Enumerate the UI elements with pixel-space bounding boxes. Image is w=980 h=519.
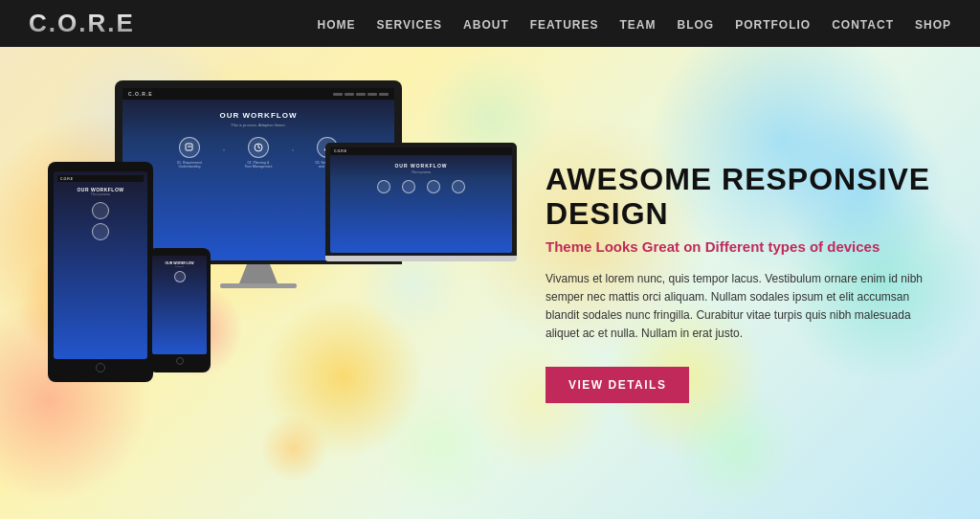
workflow-circle-1 xyxy=(179,137,200,158)
screen-nav-dot xyxy=(345,93,354,96)
nav-link-home[interactable]: HOME xyxy=(318,18,356,32)
view-details-button[interactable]: VIEW DETAILS xyxy=(546,367,689,403)
nav-item-about[interactable]: ABOUT xyxy=(463,15,509,33)
screen-nav-dot xyxy=(356,93,366,96)
nav-link-portfolio[interactable]: PORTFOLIO xyxy=(735,18,811,32)
tablet-home-button xyxy=(96,363,105,372)
svg-line-4 xyxy=(258,147,260,148)
text-section: AWESOME RESPONSIVE DESIGN Theme Looks Gr… xyxy=(526,163,980,402)
nav-item-team[interactable]: TEAM xyxy=(620,15,657,33)
screen-nav-dot xyxy=(368,93,377,96)
screen-subtitle: This is process. Adaptive theme. xyxy=(231,123,286,127)
laptop-navbar: C.O.R.E xyxy=(330,147,512,155)
phone-icon-1 xyxy=(174,271,186,282)
nav-link-services[interactable]: SERVICES xyxy=(377,18,442,32)
workflow-circle-2 xyxy=(248,137,269,158)
tablet-inner-sub: This is process xyxy=(91,192,110,196)
devices-section: C.O.R.E OUR WORKFLOW This is pr xyxy=(0,47,526,519)
description: Vivamus et lorem nunc, quis tempor lacus… xyxy=(546,270,942,344)
laptop: C.O.R.E OUR WORKFLOW This is process xyxy=(325,143,517,261)
nav-item-portfolio[interactable]: PORTFOLIO xyxy=(735,15,811,33)
laptop-screen: C.O.R.E OUR WORKFLOW This is process xyxy=(330,147,512,253)
tablet-icon-1 xyxy=(92,202,109,219)
nav-item-services[interactable]: SERVICES xyxy=(377,15,442,33)
laptop-icons xyxy=(377,180,465,193)
tablet-frame: C.O.R.E OUR WORKFLOW This is process xyxy=(48,162,153,382)
navbar: C.O.R.E HOME SERVICES ABOUT FEATURES TEA… xyxy=(0,0,980,47)
tablet-icon-2 xyxy=(92,223,109,240)
laptop-icon-3 xyxy=(427,180,440,193)
laptop-screen-inner: C.O.R.E OUR WORKFLOW This is process xyxy=(330,147,512,253)
monitor-stand xyxy=(239,264,278,283)
nav-item-blog[interactable]: BLOG xyxy=(678,15,715,33)
screen-title: OUR WORKFLOW xyxy=(220,111,298,120)
workflow-item-1: 01. Requirement Understanding xyxy=(175,137,204,169)
hero-section: C.O.R.E OUR WORKFLOW This is pr xyxy=(0,47,980,519)
nav-link-contact[interactable]: CONTACT xyxy=(832,18,894,32)
screen-workflow-icons: 01. Requirement Understanding › 02. Plan… xyxy=(175,137,342,169)
sub-heading: Theme Looks Great on Different types of … xyxy=(546,238,942,255)
nav-link-features[interactable]: FEATURES xyxy=(530,18,599,32)
nav-item-features[interactable]: FEATURES xyxy=(530,15,599,33)
laptop-icon-4 xyxy=(452,180,465,193)
laptop-base xyxy=(325,256,517,261)
logo[interactable]: C.O.R.E xyxy=(29,9,135,38)
tablet-screen: C.O.R.E OUR WORKFLOW This is process xyxy=(54,171,147,359)
screen-navbar: C.O.R.E xyxy=(122,88,394,100)
laptop-subtitle: This is process xyxy=(412,170,431,174)
workflow-arrow-2: › xyxy=(292,147,294,152)
workflow-label-2: 02. Planning & Time Management xyxy=(244,161,273,169)
nav-item-home[interactable]: HOME xyxy=(318,15,356,33)
screen-nav-dot xyxy=(379,93,389,96)
laptop-icon-2 xyxy=(402,180,415,193)
laptop-title: OUR WORKFLOW xyxy=(394,163,447,169)
phone-frame: OUR WORKFLOW Process xyxy=(148,248,211,372)
laptop-logo: C.O.R.E xyxy=(334,149,346,153)
tablet-screen-bar: C.O.R.E xyxy=(57,175,144,182)
nav-link-about[interactable]: ABOUT xyxy=(463,18,509,32)
phone-screen: OUR WORKFLOW Process xyxy=(152,256,207,354)
laptop-screen-container: C.O.R.E OUR WORKFLOW This is process xyxy=(325,143,517,256)
nav-item-contact[interactable]: CONTACT xyxy=(832,15,894,33)
laptop-content: OUR WORKFLOW This is process xyxy=(330,155,512,193)
screen-nav-items xyxy=(333,93,389,96)
nav-item-shop[interactable]: SHOP xyxy=(915,15,951,33)
nav-link-team[interactable]: TEAM xyxy=(620,18,657,32)
nav-link-blog[interactable]: BLOG xyxy=(678,18,715,32)
nav-links: HOME SERVICES ABOUT FEATURES TEAM BLOG P… xyxy=(318,15,951,33)
workflow-arrow: › xyxy=(223,147,225,152)
phone-sub: Process xyxy=(175,265,184,268)
monitor-base xyxy=(220,283,297,288)
phone: OUR WORKFLOW Process xyxy=(148,248,211,372)
screen-nav-dot xyxy=(333,93,343,96)
tablet: C.O.R.E OUR WORKFLOW This is process xyxy=(48,162,153,382)
workflow-label-1: 01. Requirement Understanding xyxy=(175,161,204,169)
phone-home-button xyxy=(176,357,184,365)
main-heading: AWESOME RESPONSIVE DESIGN xyxy=(546,163,942,230)
nav-link-shop[interactable]: SHOP xyxy=(915,18,951,32)
laptop-icon-1 xyxy=(377,180,390,193)
workflow-item-2: 02. Planning & Time Management xyxy=(244,137,273,169)
screen-logo: C.O.R.E xyxy=(128,91,153,97)
